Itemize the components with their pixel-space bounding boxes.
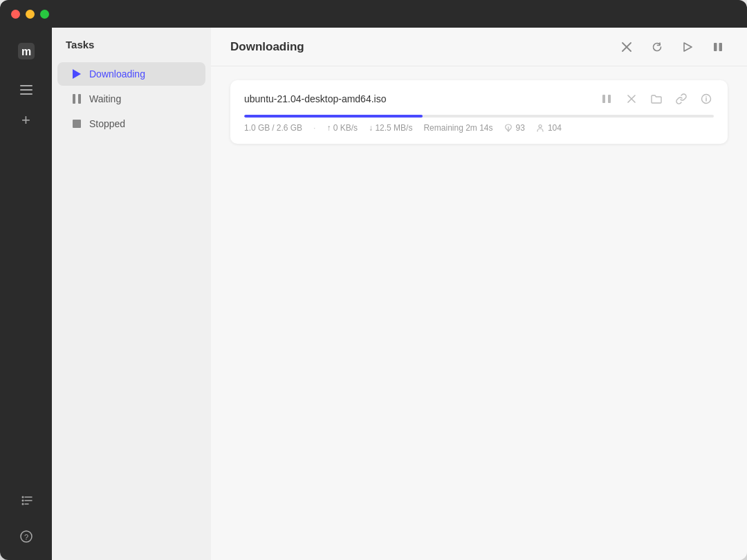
sidebar-item-stopped[interactable]: Stopped: [57, 112, 205, 136]
close-all-button[interactable]: [617, 37, 636, 57]
traffic-lights: [11, 10, 49, 19]
resume-all-button[interactable]: [678, 37, 697, 57]
pause-all-icon: [713, 42, 723, 52]
settings-filter-icon: [19, 494, 33, 507]
nav-panel: Tasks Downloading Waiting: [52, 28, 211, 560]
refresh-button[interactable]: [647, 37, 667, 57]
downloaded-amount: 1.0 GB: [244, 123, 270, 133]
waiting-label: Waiting: [89, 93, 121, 104]
seed-icon: [504, 124, 513, 132]
sidebar-item-waiting[interactable]: Waiting: [57, 87, 205, 111]
pause-all-button[interactable]: [708, 37, 728, 57]
download-link-button[interactable]: [674, 91, 689, 106]
svg-rect-22: [602, 95, 605, 103]
peers-stat: 104: [536, 123, 562, 133]
svg-point-5: [21, 496, 24, 498]
total-size: 2.6 GB: [277, 123, 302, 133]
help-button[interactable]: ?: [14, 524, 39, 549]
upload-speed-stat: ↑ 0 KB/s: [326, 123, 358, 133]
sidebar: m +: [0, 28, 52, 560]
help-icon: ?: [19, 530, 33, 543]
sidebar-item-downloading[interactable]: Downloading: [57, 62, 205, 86]
svg-rect-20: [714, 43, 717, 51]
svg-point-7: [21, 503, 24, 505]
app-window: m +: [0, 0, 747, 560]
resume-all-icon: [683, 42, 692, 52]
peers-icon: [536, 124, 544, 132]
stop-icon: [71, 118, 82, 129]
download-stats: 1.0 GB / 2.6 GB · ↑ 0 KB/s ↓ 12.5 MB/s R…: [244, 123, 714, 133]
size-separator: /: [272, 123, 274, 133]
svg-rect-23: [608, 95, 611, 103]
folder-icon: [651, 94, 662, 104]
svg-point-6: [21, 500, 24, 502]
content-area: Downloading: [211, 28, 747, 560]
download-pause-icon: [602, 94, 611, 104]
download-close-button[interactable]: [624, 91, 639, 106]
remaining-stat: Remaining 2m 14s: [423, 123, 492, 133]
pause-icon: [71, 93, 82, 104]
svg-rect-14: [73, 94, 75, 104]
svg-text:m: m: [21, 46, 30, 57]
svg-rect-21: [719, 43, 723, 51]
close-button[interactable]: [11, 10, 20, 19]
content-title: Downloading: [230, 40, 304, 54]
download-card: ubuntu-21.04-desktop-amd64.iso: [230, 80, 728, 144]
download-folder-button[interactable]: [649, 91, 664, 106]
settings-filter-button[interactable]: [14, 488, 39, 513]
progress-bar-fill: [244, 115, 423, 118]
content-header: Downloading: [211, 28, 747, 66]
maximize-button[interactable]: [40, 10, 49, 19]
downloading-label: Downloading: [89, 68, 145, 80]
minimize-button[interactable]: [26, 10, 35, 19]
svg-point-30: [539, 125, 542, 128]
logo-icon: m: [17, 41, 36, 61]
download-card-actions: [599, 91, 714, 106]
svg-text:?: ?: [24, 533, 28, 541]
download-speed-stat: ↓ 12.5 MB/s: [369, 123, 412, 133]
svg-rect-3: [20, 89, 33, 91]
link-icon: [676, 93, 687, 104]
add-button[interactable]: +: [14, 108, 39, 133]
hamburger-icon: [20, 85, 33, 95]
main-layout: m +: [0, 28, 747, 560]
seeds-stat: 93: [504, 123, 525, 133]
svg-rect-15: [78, 94, 81, 104]
app-logo: m: [14, 39, 39, 64]
svg-rect-2: [20, 85, 33, 86]
download-size-stat: 1.0 GB / 2.6 GB: [244, 123, 302, 133]
info-icon: [701, 93, 712, 104]
svg-point-28: [706, 96, 707, 97]
svg-marker-19: [684, 43, 692, 51]
svg-rect-16: [73, 120, 81, 128]
download-pause-button[interactable]: [599, 91, 614, 106]
download-close-icon: [627, 95, 636, 103]
header-actions: [617, 37, 728, 57]
stopped-label: Stopped: [89, 118, 125, 129]
sidebar-bottom: ?: [14, 488, 39, 549]
download-card-header: ubuntu-21.04-desktop-amd64.iso: [244, 91, 714, 106]
close-all-icon: [622, 42, 631, 52]
svg-rect-4: [20, 93, 33, 95]
progress-bar-container: [244, 115, 714, 118]
svg-marker-13: [73, 69, 81, 79]
nav-panel-title: Tasks: [52, 39, 211, 62]
refresh-icon: [652, 41, 663, 53]
download-filename: ubuntu-21.04-desktop-amd64.iso: [244, 93, 386, 104]
downloads-list: ubuntu-21.04-desktop-amd64.iso: [211, 66, 747, 560]
play-icon: [71, 68, 82, 80]
title-bar: [0, 0, 747, 28]
download-info-button[interactable]: [699, 91, 714, 106]
menu-icon[interactable]: [14, 77, 39, 102]
